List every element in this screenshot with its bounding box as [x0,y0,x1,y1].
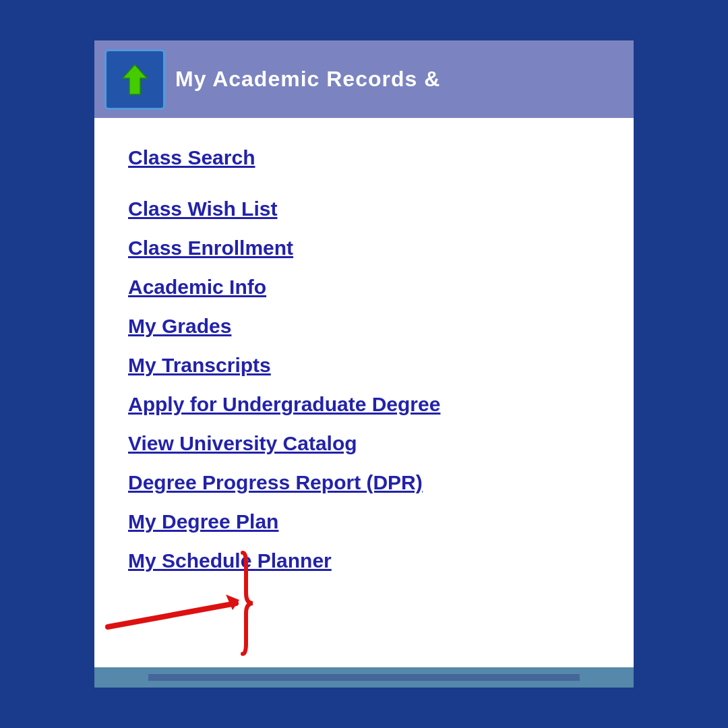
nav-item-my-transcripts[interactable]: My Transcripts [128,346,600,385]
my-grades-link[interactable]: My Grades [128,315,231,337]
academic-info-link[interactable]: Academic Info [128,276,266,298]
nav-item-my-degree-plan[interactable]: My Degree Plan [128,502,600,541]
footer-strip-inner [148,674,580,681]
nav-list: Class Search Class Wish List Class Enrol… [94,118,634,667]
header-bar: My Academic Records & [94,40,634,118]
apply-undergrad-link[interactable]: Apply for Undergraduate Degree [128,393,440,415]
nav-item-class-enrollment[interactable]: Class Enrollment [128,229,600,268]
nav-item-apply-undergrad[interactable]: Apply for Undergraduate Degree [128,385,600,424]
nav-item-class-search[interactable]: Class Search [128,138,600,189]
nav-item-academic-info[interactable]: Academic Info [128,268,600,307]
nav-item-degree-progress[interactable]: Degree Progress Report (DPR) [128,463,600,502]
nav-item-my-schedule-planner[interactable]: My Schedule Planner [128,541,600,580]
class-enrollment-link[interactable]: Class Enrollment [128,237,293,259]
logo-box [104,49,165,110]
degree-progress-link[interactable]: Degree Progress Report (DPR) [128,471,423,493]
svg-marker-0 [123,65,147,94]
footer-strip [94,667,634,688]
my-schedule-planner-link[interactable]: My Schedule Planner [128,549,332,572]
my-transcripts-link[interactable]: My Transcripts [128,354,271,376]
my-degree-plan-link[interactable]: My Degree Plan [128,510,278,533]
header-title: My Academic Records & [175,67,440,92]
nav-item-my-grades[interactable]: My Grades [128,307,600,346]
class-search-link[interactable]: Class Search [128,146,255,169]
main-panel: My Academic Records & Class Search Class… [94,40,634,688]
view-catalog-link[interactable]: View University Catalog [128,432,357,454]
class-wish-list-link[interactable]: Class Wish List [128,198,277,220]
nav-item-view-catalog[interactable]: View University Catalog [128,424,600,463]
nav-item-class-wish-list[interactable]: Class Wish List [128,189,600,229]
download-arrow-icon [115,59,155,100]
